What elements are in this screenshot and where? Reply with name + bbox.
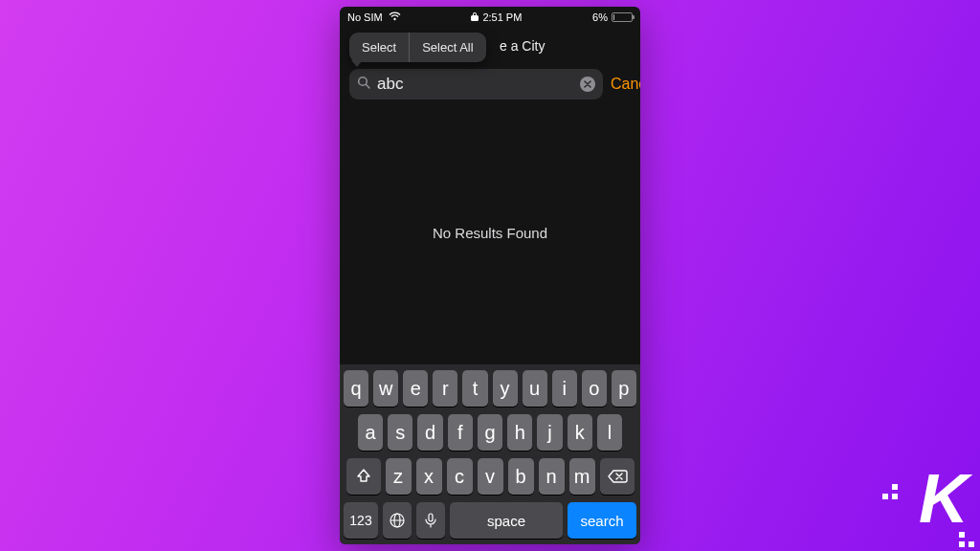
results-area: No Results Found (340, 102, 640, 363)
key-k[interactable]: k (568, 414, 592, 451)
key-y[interactable]: y (493, 370, 518, 407)
popover-select-all-button[interactable]: Select All (410, 33, 485, 62)
site-logo: K (919, 459, 965, 538)
key-p[interactable]: p (612, 370, 636, 407)
key-m[interactable]: m (569, 458, 595, 495)
dictation-key[interactable] (416, 502, 445, 539)
keyboard-row-1: qwertyuiop (344, 370, 636, 407)
phone-frame: No SIM 2:51 PM 6% e a City Select Select… (340, 7, 640, 544)
key-x[interactable]: x (416, 458, 442, 495)
header-title-partial: e a City (500, 38, 545, 54)
key-u[interactable]: u (523, 370, 547, 407)
key-w[interactable]: w (373, 370, 398, 407)
battery-percent: 6% (592, 11, 608, 23)
key-e[interactable]: e (403, 370, 428, 407)
key-d[interactable]: d (417, 414, 442, 451)
key-s[interactable]: s (388, 414, 412, 451)
svg-rect-5 (429, 514, 433, 521)
key-j[interactable]: j (537, 414, 562, 451)
keyboard: qwertyuiop asdfghjkl zxcvbnm 123 space s… (340, 364, 640, 544)
header: e a City Select Select All (340, 28, 640, 66)
backspace-key[interactable] (600, 458, 635, 495)
keyboard-row-3: zxcvbnm (344, 458, 636, 495)
key-t[interactable]: t (462, 370, 487, 407)
search-input[interactable] (377, 75, 580, 94)
lock-icon (471, 11, 479, 23)
no-results-label: No Results Found (433, 225, 547, 241)
space-key[interactable]: space (450, 502, 563, 539)
key-z[interactable]: z (386, 458, 412, 495)
popover-tail (351, 60, 363, 67)
key-r[interactable]: r (433, 370, 457, 407)
key-q[interactable]: q (344, 370, 368, 407)
keyboard-row-2: asdfghjkl (344, 414, 636, 451)
key-i[interactable]: i (552, 370, 577, 407)
clear-search-icon[interactable] (580, 77, 595, 92)
search-icon (357, 76, 371, 93)
numbers-key[interactable]: 123 (344, 502, 378, 539)
search-key[interactable]: search (568, 502, 636, 539)
key-f[interactable]: f (448, 414, 473, 451)
status-bar: No SIM 2:51 PM 6% (340, 7, 640, 28)
wifi-icon (389, 11, 401, 23)
key-l[interactable]: l (597, 414, 622, 451)
battery-icon (612, 12, 633, 22)
carrier-label: No SIM (347, 11, 383, 23)
popover-select-button[interactable]: Select (349, 33, 409, 62)
key-n[interactable]: n (539, 458, 565, 495)
globe-key[interactable] (383, 502, 412, 539)
keyboard-row-bottom: 123 space search (344, 502, 636, 539)
key-a[interactable]: a (358, 414, 383, 451)
key-b[interactable]: b (508, 458, 534, 495)
shift-key[interactable] (346, 458, 381, 495)
key-g[interactable]: g (478, 414, 502, 451)
search-row: Cancel (340, 66, 640, 102)
key-o[interactable]: o (582, 370, 607, 407)
text-selection-popover: Select Select All (349, 33, 486, 62)
key-c[interactable]: c (447, 458, 473, 495)
status-time: 2:51 PM (482, 11, 522, 23)
cancel-button[interactable]: Cancel (611, 76, 640, 93)
search-field[interactable] (349, 69, 603, 99)
key-v[interactable]: v (478, 458, 503, 495)
svg-line-1 (366, 84, 369, 88)
key-h[interactable]: h (507, 414, 532, 451)
